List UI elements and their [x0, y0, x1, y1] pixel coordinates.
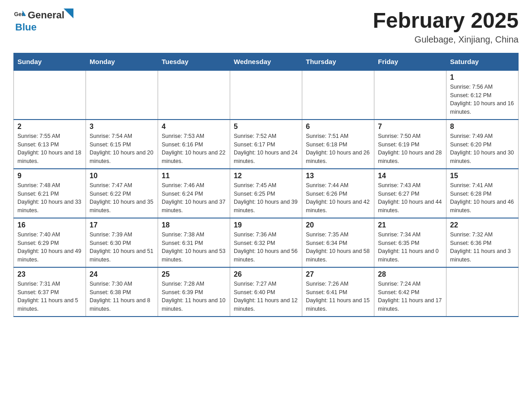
weekday-header-thursday: Thursday	[302, 53, 374, 70]
title-area: February 2025 Gulebage, Xinjiang, China	[373, 9, 519, 45]
calendar-cell: 28Sunrise: 7:24 AMSunset: 6:42 PMDayligh…	[374, 267, 446, 317]
calendar-cell: 14Sunrise: 7:43 AMSunset: 6:27 PMDayligh…	[374, 169, 446, 218]
calendar-cell	[374, 70, 446, 120]
calendar-cell: 26Sunrise: 7:27 AMSunset: 6:40 PMDayligh…	[230, 267, 302, 317]
day-number: 8	[450, 123, 515, 131]
calendar-cell: 4Sunrise: 7:53 AMSunset: 6:16 PMDaylight…	[158, 120, 230, 169]
day-info: Sunrise: 7:55 AMSunset: 6:13 PMDaylight:…	[17, 132, 82, 166]
day-info: Sunrise: 7:24 AMSunset: 6:42 PMDaylight:…	[378, 280, 442, 313]
calendar-cell: 8Sunrise: 7:49 AMSunset: 6:20 PMDaylight…	[446, 120, 519, 169]
svg-marker-2	[64, 9, 73, 18]
calendar-cell: 5Sunrise: 7:52 AMSunset: 6:17 PMDaylight…	[230, 120, 302, 169]
week-row-3: 9Sunrise: 7:48 AMSunset: 6:21 PMDaylight…	[14, 169, 519, 218]
calendar-cell: 6Sunrise: 7:51 AMSunset: 6:18 PMDaylight…	[302, 120, 374, 169]
weekday-header-monday: Monday	[86, 53, 158, 70]
calendar-cell: 24Sunrise: 7:30 AMSunset: 6:38 PMDayligh…	[86, 267, 158, 317]
day-number: 1	[450, 73, 515, 81]
day-info: Sunrise: 7:31 AMSunset: 6:37 PMDaylight:…	[17, 280, 82, 313]
day-number: 16	[17, 221, 82, 229]
day-info: Sunrise: 7:26 AMSunset: 6:41 PMDaylight:…	[306, 280, 370, 313]
day-number: 28	[378, 270, 442, 278]
day-number: 19	[234, 221, 298, 229]
day-number: 9	[17, 172, 82, 180]
logo-blue-text: Blue	[15, 21, 37, 33]
day-info: Sunrise: 7:36 AMSunset: 6:32 PMDaylight:…	[234, 231, 298, 264]
calendar-cell	[446, 267, 519, 317]
weekday-header-wednesday: Wednesday	[230, 53, 302, 70]
calendar-cell: 25Sunrise: 7:28 AMSunset: 6:39 PMDayligh…	[158, 267, 230, 317]
calendar-cell: 18Sunrise: 7:38 AMSunset: 6:31 PMDayligh…	[158, 218, 230, 267]
logo-arrow-icon	[64, 9, 73, 18]
calendar-cell: 2Sunrise: 7:55 AMSunset: 6:13 PMDaylight…	[14, 120, 86, 169]
day-number: 14	[378, 172, 442, 180]
day-number: 26	[234, 270, 298, 278]
calendar-cell: 20Sunrise: 7:35 AMSunset: 6:34 PMDayligh…	[302, 218, 374, 267]
logo: Gen General Blue	[13, 9, 73, 33]
calendar-cell: 9Sunrise: 7:48 AMSunset: 6:21 PMDaylight…	[14, 169, 86, 218]
day-info: Sunrise: 7:27 AMSunset: 6:40 PMDaylight:…	[234, 280, 298, 313]
weekday-header-friday: Friday	[374, 53, 446, 70]
month-title: February 2025	[373, 9, 519, 33]
week-row-4: 16Sunrise: 7:40 AMSunset: 6:29 PMDayligh…	[14, 218, 519, 267]
day-info: Sunrise: 7:52 AMSunset: 6:17 PMDaylight:…	[234, 132, 298, 166]
day-info: Sunrise: 7:54 AMSunset: 6:15 PMDaylight:…	[90, 132, 154, 166]
logo-general-text: General	[28, 9, 64, 21]
day-number: 4	[162, 123, 226, 131]
calendar-cell: 12Sunrise: 7:45 AMSunset: 6:25 PMDayligh…	[230, 169, 302, 218]
day-number: 12	[234, 172, 298, 180]
weekday-header-saturday: Saturday	[446, 53, 519, 70]
calendar-cell: 27Sunrise: 7:26 AMSunset: 6:41 PMDayligh…	[302, 267, 374, 317]
day-number: 3	[90, 123, 154, 131]
day-number: 22	[450, 221, 515, 229]
day-number: 25	[162, 270, 226, 278]
calendar-cell	[158, 70, 230, 120]
calendar-cell: 21Sunrise: 7:34 AMSunset: 6:35 PMDayligh…	[374, 218, 446, 267]
day-info: Sunrise: 7:35 AMSunset: 6:34 PMDaylight:…	[306, 231, 370, 264]
day-number: 23	[17, 270, 82, 278]
day-info: Sunrise: 7:53 AMSunset: 6:16 PMDaylight:…	[162, 132, 226, 166]
weekday-header-sunday: Sunday	[14, 53, 86, 70]
week-row-1: 1Sunrise: 7:56 AMSunset: 6:12 PMDaylight…	[14, 70, 519, 120]
day-number: 21	[378, 221, 442, 229]
day-info: Sunrise: 7:32 AMSunset: 6:36 PMDaylight:…	[450, 231, 515, 264]
day-number: 5	[234, 123, 298, 131]
day-info: Sunrise: 7:48 AMSunset: 6:21 PMDaylight:…	[17, 181, 82, 215]
calendar-cell: 11Sunrise: 7:46 AMSunset: 6:24 PMDayligh…	[158, 169, 230, 218]
day-number: 15	[450, 172, 515, 180]
weekday-header-row: SundayMondayTuesdayWednesdayThursdayFrid…	[14, 53, 519, 70]
calendar-cell: 15Sunrise: 7:41 AMSunset: 6:28 PMDayligh…	[446, 169, 519, 218]
day-info: Sunrise: 7:56 AMSunset: 6:12 PMDaylight:…	[450, 83, 515, 116]
week-row-5: 23Sunrise: 7:31 AMSunset: 6:37 PMDayligh…	[14, 267, 519, 317]
day-number: 13	[306, 172, 370, 180]
calendar-cell: 3Sunrise: 7:54 AMSunset: 6:15 PMDaylight…	[86, 120, 158, 169]
calendar-cell: 7Sunrise: 7:50 AMSunset: 6:19 PMDaylight…	[374, 120, 446, 169]
weekday-header-tuesday: Tuesday	[158, 53, 230, 70]
day-info: Sunrise: 7:45 AMSunset: 6:25 PMDaylight:…	[234, 181, 298, 215]
day-number: 7	[378, 123, 442, 131]
calendar-cell: 23Sunrise: 7:31 AMSunset: 6:37 PMDayligh…	[14, 267, 86, 317]
calendar-cell: 16Sunrise: 7:40 AMSunset: 6:29 PMDayligh…	[14, 218, 86, 267]
calendar-cell: 1Sunrise: 7:56 AMSunset: 6:12 PMDaylight…	[446, 70, 519, 120]
day-number: 18	[162, 221, 226, 229]
day-info: Sunrise: 7:38 AMSunset: 6:31 PMDaylight:…	[162, 231, 226, 264]
day-info: Sunrise: 7:51 AMSunset: 6:18 PMDaylight:…	[306, 132, 370, 166]
day-info: Sunrise: 7:50 AMSunset: 6:19 PMDaylight:…	[378, 132, 442, 166]
day-info: Sunrise: 7:49 AMSunset: 6:20 PMDaylight:…	[450, 132, 515, 166]
day-number: 10	[90, 172, 154, 180]
day-info: Sunrise: 7:46 AMSunset: 6:24 PMDaylight:…	[162, 181, 226, 215]
day-info: Sunrise: 7:28 AMSunset: 6:39 PMDaylight:…	[162, 280, 226, 313]
day-number: 24	[90, 270, 154, 278]
day-info: Sunrise: 7:41 AMSunset: 6:28 PMDaylight:…	[450, 181, 515, 215]
calendar-table: SundayMondayTuesdayWednesdayThursdayFrid…	[13, 53, 519, 317]
day-number: 2	[17, 123, 82, 131]
day-info: Sunrise: 7:30 AMSunset: 6:38 PMDaylight:…	[90, 280, 154, 313]
day-number: 11	[162, 172, 226, 180]
calendar-cell: 10Sunrise: 7:47 AMSunset: 6:22 PMDayligh…	[86, 169, 158, 218]
day-number: 27	[306, 270, 370, 278]
day-info: Sunrise: 7:43 AMSunset: 6:27 PMDaylight:…	[378, 181, 442, 215]
calendar-cell: 22Sunrise: 7:32 AMSunset: 6:36 PMDayligh…	[446, 218, 519, 267]
calendar-cell: 19Sunrise: 7:36 AMSunset: 6:32 PMDayligh…	[230, 218, 302, 267]
logo-icon: Gen	[13, 9, 26, 21]
day-info: Sunrise: 7:40 AMSunset: 6:29 PMDaylight:…	[17, 231, 82, 264]
day-number: 17	[90, 221, 154, 229]
